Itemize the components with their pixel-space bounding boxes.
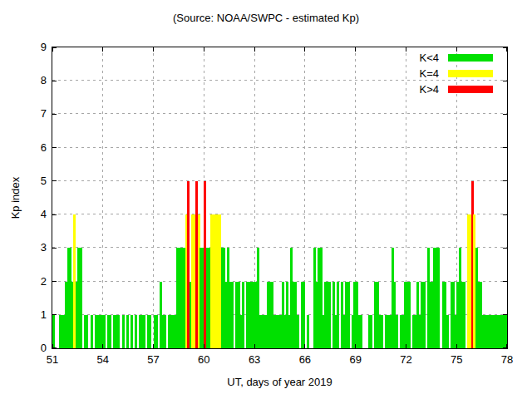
x-tick-mark (406, 344, 406, 348)
y-tick-mark (503, 281, 507, 282)
x-tick-label-66: 66 (288, 353, 322, 366)
y-tick-mark (52, 314, 57, 315)
y-tick-mark (52, 147, 57, 148)
x-tick-label-54: 54 (86, 353, 120, 366)
kp-bar (437, 248, 440, 348)
plot-area: K<4K=4K>4 (52, 47, 508, 349)
x-tick-mark (254, 47, 255, 52)
legend-item: K>4 (420, 81, 494, 97)
x-tick-mark (102, 344, 103, 348)
x-tick-label-60: 60 (187, 353, 220, 366)
x-tick-mark (456, 344, 457, 348)
x-tick-mark (355, 344, 356, 348)
kp-bar (337, 282, 339, 348)
kp-bar (307, 315, 309, 348)
kp-bar (155, 315, 158, 348)
kp-bar (328, 282, 331, 348)
x-tick-label-75: 75 (440, 353, 473, 366)
kp-bar (381, 315, 383, 348)
gridline-y-4 (52, 214, 507, 214)
kp-bar (423, 282, 426, 348)
kp-bar (131, 315, 133, 348)
x-tick-mark (153, 47, 154, 52)
kp-bar (408, 282, 411, 348)
kp-bar (126, 315, 129, 348)
y-tick-mark (503, 114, 507, 115)
y-tick-label-8: 8 (15, 74, 47, 87)
gridline-y-6 (52, 147, 507, 148)
y-tick-label-1: 1 (15, 308, 47, 322)
kp-bar (80, 248, 82, 348)
kp-bar (103, 315, 106, 348)
y-tick-label-5: 5 (15, 175, 47, 188)
kp-bar (297, 315, 299, 348)
y-tick-label-4: 4 (15, 208, 47, 221)
kp-bar (231, 282, 234, 348)
x-tick-mark (153, 344, 154, 348)
y-tick-mark (503, 314, 507, 315)
y-tick-mark (503, 147, 507, 148)
x-tick-label-78: 78 (490, 353, 524, 366)
gridline-y-5 (52, 180, 507, 181)
kp-bar (396, 315, 398, 348)
legend-item: K<4 (420, 50, 494, 66)
kp-bar (347, 282, 350, 348)
y-tick-mark (52, 81, 57, 81)
x-tick-mark (102, 47, 103, 52)
kp-bar (242, 282, 244, 348)
y-tick-label-7: 7 (15, 107, 47, 121)
kp-bar (505, 315, 507, 348)
y-tick-mark (52, 47, 57, 48)
kp-bar (91, 315, 93, 348)
kp-bar (149, 315, 151, 348)
y-tick-label-9: 9 (15, 41, 47, 54)
y-tick-label-2: 2 (15, 275, 47, 288)
y-tick-mark (503, 180, 507, 181)
y-tick-mark (52, 114, 57, 115)
legend-label: K>4 (420, 83, 440, 96)
x-tick-mark (204, 47, 204, 52)
gridline-x-57 (153, 47, 154, 348)
kp-bar (109, 315, 111, 348)
legend-swatch-red (448, 86, 493, 93)
y-tick-mark (52, 281, 57, 282)
x-tick-label-51: 51 (36, 353, 69, 366)
x-tick-label-63: 63 (238, 353, 271, 366)
chart-title: (Source: NOAA/SWPC - estimated Kp) (0, 12, 532, 24)
kp-bar (360, 315, 362, 348)
kp-bar (463, 282, 466, 348)
x-axis-label: UT, days of year 2019 (52, 376, 508, 388)
x-tick-label-72: 72 (389, 353, 422, 366)
x-tick-label-57: 57 (137, 353, 170, 366)
y-tick-mark (52, 248, 57, 249)
y-tick-mark (52, 347, 57, 348)
y-tick-label-6: 6 (15, 141, 47, 155)
kp-bar (118, 315, 121, 348)
kp-bar (370, 315, 372, 348)
y-tick-mark (503, 214, 507, 215)
y-tick-mark (503, 47, 507, 48)
kp-bar (143, 315, 145, 348)
kp-bar (122, 315, 125, 348)
x-tick-label-69: 69 (339, 353, 372, 366)
kp-bar (303, 282, 305, 348)
y-tick-mark (52, 214, 57, 215)
kp-bar (86, 315, 89, 348)
y-tick-mark (503, 248, 507, 249)
x-tick-mark (406, 47, 406, 52)
y-axis-label: Kp index (9, 148, 22, 248)
kp-bar (446, 315, 449, 348)
legend-label: K<4 (420, 52, 440, 64)
y-tick-label-3: 3 (15, 241, 47, 254)
legend-swatch-green (448, 54, 493, 62)
y-tick-mark (52, 180, 57, 181)
x-tick-mark (355, 47, 356, 52)
legend-label: K=4 (420, 67, 440, 80)
legend-item: K=4 (420, 66, 494, 81)
x-tick-mark (254, 344, 255, 348)
y-tick-mark (503, 347, 507, 348)
y-tick-mark (503, 81, 507, 81)
legend-swatch-yellow (448, 70, 493, 77)
kp-chart-canvas: (Source: NOAA/SWPC - estimated Kp) Kp in… (0, 0, 532, 399)
x-tick-mark (204, 344, 204, 348)
